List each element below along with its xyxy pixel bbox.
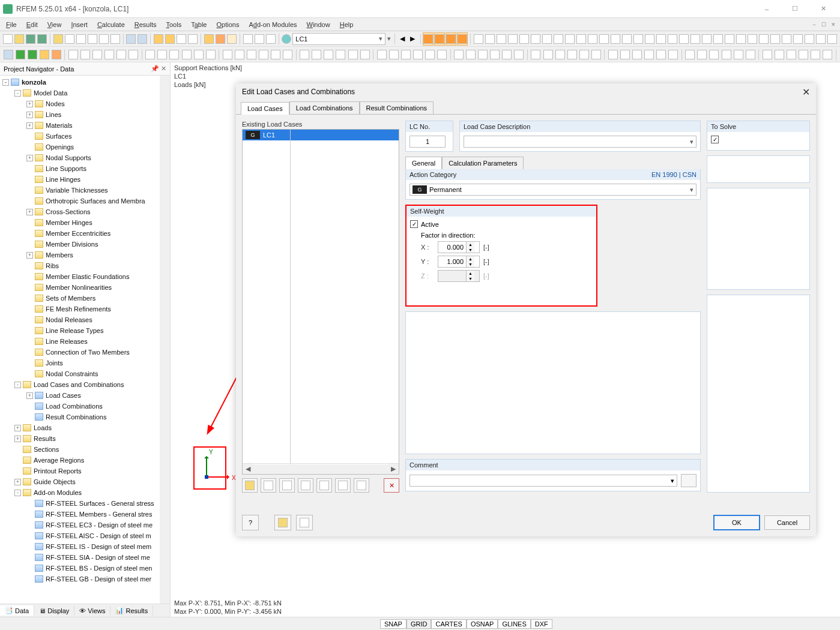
action-category-select[interactable]: G Permanent ▾ (409, 184, 696, 196)
toolbar1-icon-21[interactable] (713, 32, 724, 46)
nav-tab-display[interactable]: 🖥 Display (34, 606, 74, 616)
lc-dropdown[interactable]: LC1 ▾ (292, 33, 385, 45)
nav-prev-icon[interactable]: ◀ (397, 32, 407, 46)
open-icon[interactable] (14, 32, 25, 46)
tree-expander-icon[interactable]: + (14, 425, 21, 431)
tree-item[interactable]: Member Divisions (0, 239, 170, 250)
toolbar2-icon-3[interactable] (104, 48, 115, 61)
toolbar2-icon-50[interactable] (709, 48, 720, 61)
tree-expander-icon[interactable]: + (26, 112, 33, 118)
menu-insert[interactable]: Insert (66, 20, 92, 29)
toolbar1-icon-29[interactable] (804, 32, 815, 46)
toolbar1-icon-15[interactable] (644, 32, 655, 46)
tree-item[interactable]: +Cross-Sections (0, 206, 170, 217)
spin-up-icon[interactable]: ▲ (466, 256, 474, 262)
lc-row-1[interactable]: G LC1 (243, 130, 399, 140)
toolbar2-icon-1[interactable] (79, 48, 91, 61)
nav-next-icon[interactable]: ▶ (408, 32, 418, 46)
toolbar2-icon-17[interactable] (282, 48, 294, 61)
factor-y-spinner[interactable]: ▲▼ (438, 256, 480, 268)
tool-btn-5[interactable] (316, 478, 332, 493)
tree-expander-icon[interactable]: + (26, 392, 33, 399)
active-res3-icon[interactable] (446, 32, 456, 46)
toolbar2-icon-55[interactable] (773, 48, 785, 61)
toolbar2-icon-9[interactable] (181, 48, 192, 61)
tree-item[interactable]: Connection of Two Members (0, 347, 170, 358)
tree-item[interactable]: +Load Cases (0, 390, 170, 401)
table2-icon[interactable] (254, 32, 265, 46)
dialog-close-icon[interactable]: ✕ (802, 86, 810, 98)
toolbar1-icon-18[interactable] (678, 32, 689, 46)
history-icon[interactable] (110, 32, 121, 46)
tree-item[interactable]: RF-STEEL AISC - Design of steel m (0, 530, 170, 541)
toolbar2-icon-20[interactable] (323, 48, 334, 61)
pin-icon[interactable]: 📌 ✕ (151, 65, 166, 73)
lc-list[interactable]: G LC1 ◀ ▶ (242, 129, 399, 475)
menu-options[interactable]: Options (211, 20, 244, 29)
tree-expander-icon[interactable]: + (14, 479, 21, 485)
toolbar1-icon-17[interactable] (667, 32, 678, 46)
toolbar2-icon-29[interactable] (436, 48, 447, 61)
tree-expander-icon[interactable]: + (26, 122, 33, 129)
render-icon[interactable] (153, 32, 164, 46)
toolbar2-icon-14[interactable] (246, 48, 257, 61)
menu-addon[interactable]: Add-on Modules (244, 20, 301, 29)
save-icon[interactable] (25, 32, 36, 46)
toolbar1-icon-24[interactable] (747, 32, 758, 46)
toolbar2-icon-22[interactable] (347, 48, 358, 61)
tree-item[interactable]: +Nodal Supports (0, 152, 170, 163)
toolbar2-icon-59[interactable] (822, 48, 833, 61)
toolbar2-icon-47[interactable] (668, 48, 679, 61)
tree-expander-icon[interactable]: - (14, 490, 21, 496)
menu-window[interactable]: Window (302, 20, 335, 29)
tree-item[interactable]: +Materials (0, 120, 170, 131)
toolbar2-icon-30[interactable] (453, 48, 464, 61)
tool-btn-3[interactable] (279, 478, 295, 493)
toolbar2-icon-40[interactable] (578, 48, 590, 61)
toolbar2-icon-6[interactable] (145, 48, 156, 61)
tree-expander-icon[interactable]: + (26, 252, 33, 259)
toolbar2-icon-36[interactable] (530, 48, 542, 61)
inner-tab-calc-params[interactable]: Calculation Parameters (442, 157, 524, 169)
tab-load-cases[interactable]: Load Cases (241, 102, 289, 115)
toolbar1-icon-2[interactable] (496, 32, 507, 46)
tree-item[interactable]: +Loads (0, 422, 170, 433)
tree-item[interactable]: RF-STEEL BS - Design of steel men (0, 563, 170, 574)
tree[interactable]: -konzola-Model Data+Nodes+Lines+Material… (0, 76, 170, 604)
tree-expander-icon[interactable]: + (26, 209, 33, 215)
toolbar2-icon-43[interactable] (619, 48, 630, 61)
toolbar2-icon-18[interactable] (299, 48, 310, 61)
toolbar1-icon-20[interactable] (701, 32, 712, 46)
toolbar1-icon-11[interactable] (599, 32, 609, 46)
tree-item[interactable]: +Results (0, 433, 170, 444)
active-res1-icon[interactable] (423, 32, 434, 46)
tree-item[interactable]: Nodal Constraints (0, 368, 170, 379)
tree-item[interactable]: RF-STEEL Members - General stres (0, 509, 170, 520)
active-checkbox[interactable]: ✓ (410, 220, 418, 228)
draw-line2-icon[interactable] (26, 48, 38, 61)
tree-item[interactable]: Openings (0, 142, 170, 152)
toolbar1-icon-8[interactable] (564, 32, 575, 46)
globe-icon[interactable] (281, 32, 292, 46)
scroll-left-icon[interactable]: ◀ (243, 464, 253, 475)
toolbar1-icon-3[interactable] (507, 32, 518, 46)
toolbar2-icon-11[interactable] (205, 48, 216, 61)
tree-item[interactable]: RF-STEEL IS - Design of steel mem (0, 541, 170, 552)
zoom2-icon[interactable] (187, 32, 198, 46)
draw-node-icon[interactable] (2, 48, 14, 61)
toolbar2-icon-54[interactable] (761, 48, 773, 61)
tab-load-combinations[interactable]: Load Combinations (289, 101, 360, 114)
toolbar2-icon-4[interactable] (116, 48, 127, 61)
minimize-button[interactable]: – (753, 1, 781, 17)
toolbar2-icon-12[interactable] (222, 48, 233, 61)
status-snap[interactable]: SNAP (380, 619, 406, 629)
tree-item[interactable]: RF-STEEL Surfaces - General stress (0, 498, 170, 509)
factor-x-spinner[interactable]: ▲▼ (438, 241, 480, 253)
toolbar2-icon-39[interactable] (566, 48, 578, 61)
toolbar2-icon-35[interactable] (513, 48, 525, 61)
lcno-input[interactable] (409, 136, 446, 148)
status-dxf[interactable]: DXF (531, 619, 552, 629)
toolbar1-icon-25[interactable] (758, 32, 769, 46)
spin-down-icon[interactable]: ▼ (466, 247, 474, 253)
mdi-minimize-icon[interactable]: – (810, 20, 818, 29)
